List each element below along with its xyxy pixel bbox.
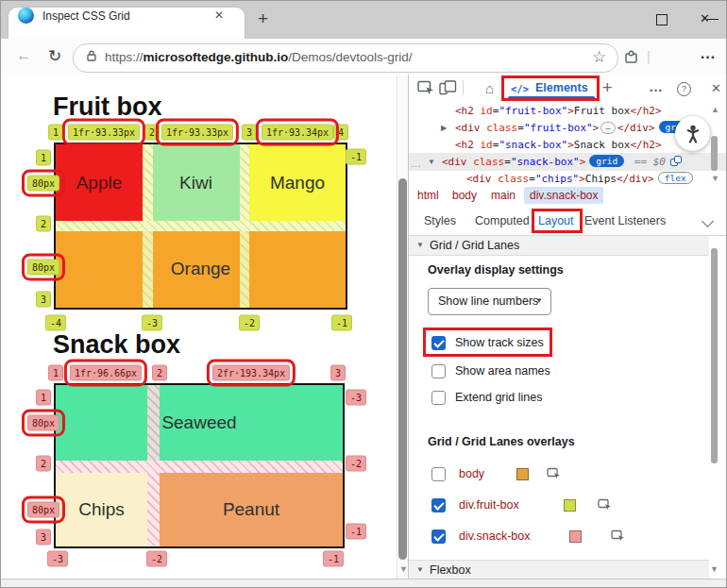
tab-close-icon[interactable]: ✕ xyxy=(214,8,224,22)
overlay-checkbox-div.snack-box[interactable] xyxy=(431,529,446,544)
tab-event-listeners[interactable]: Event Listeners xyxy=(584,214,666,227)
code-token: $0 xyxy=(653,156,666,168)
page-scrollbar-thumb[interactable] xyxy=(398,178,407,560)
checkbox-show-area-names[interactable] xyxy=(431,364,446,378)
tab-title: Inspect CSS Grid xyxy=(42,9,130,23)
extensions-puzzle-icon[interactable] xyxy=(624,50,639,68)
checkbox-extend-grid-lines[interactable] xyxy=(431,391,446,405)
overlay-checkbox-body[interactable] xyxy=(431,467,446,481)
browser-menu-icon[interactable]: … xyxy=(700,44,716,63)
code-token: Chips xyxy=(585,173,617,185)
tab-styles[interactable]: Styles xyxy=(424,214,456,227)
copy-icon xyxy=(670,156,682,166)
maximize-button[interactable] xyxy=(656,14,668,25)
tree-scroll-up-icon[interactable]: ▲ xyxy=(711,105,719,114)
fruit-track-size-badge: 80px xyxy=(27,260,59,276)
overlay-checkbox-div.fruit-box[interactable] xyxy=(431,498,446,512)
code-token: "chips" xyxy=(535,173,579,185)
snack-line-number-badge: 3 xyxy=(36,529,51,546)
code-token: id xyxy=(481,105,493,117)
tree-row[interactable]: <div class="chips">Chips</div>flex xyxy=(466,171,697,186)
layout-scroll-down-icon[interactable]: ▼ xyxy=(710,564,719,574)
breadcrumb-main[interactable]: main xyxy=(491,189,516,202)
code-token: > xyxy=(579,173,585,185)
snack-line-number-badge: -2 xyxy=(146,551,167,567)
code-token: Snack box xyxy=(574,139,631,151)
accessibility-person-icon[interactable] xyxy=(675,116,710,151)
tree-scroll-down-icon[interactable]: ▼ xyxy=(711,174,719,183)
fruit-track-size-badge: 80px xyxy=(27,176,59,192)
code-token: id xyxy=(481,139,493,151)
snack-track-size-badge: 80px xyxy=(27,415,59,431)
browser-window: Inspect CSS Grid ✕ + ✕ ← ↻ https://micro… xyxy=(0,0,727,588)
favorites-star-icon[interactable]: ☆ xyxy=(592,47,606,67)
tab-computed[interactable]: Computed xyxy=(475,214,530,227)
tree-row[interactable]: <div class="snack-box">grid == $0 xyxy=(442,154,682,171)
breadcrumb-selected[interactable]: div.snack-box xyxy=(524,187,603,204)
new-tab-button[interactable]: + xyxy=(258,8,268,29)
inspect-element-icon[interactable] xyxy=(417,80,434,99)
code-token: == xyxy=(628,156,653,168)
back-icon[interactable]: ← xyxy=(16,46,32,65)
code-token: "snack-box" xyxy=(511,156,580,168)
device-emulation-icon[interactable] xyxy=(439,80,457,99)
fruit-line-number-badge: 2 xyxy=(36,216,51,232)
reveal-element-icon[interactable] xyxy=(611,529,626,546)
fruit-line-number-badge: 4 xyxy=(333,125,348,141)
snack-line-number-badge: 3 xyxy=(330,365,346,381)
expand-arrow-icon[interactable]: ▶ xyxy=(441,124,447,132)
overlay-label[interactable]: body xyxy=(459,467,484,480)
snack-line-number-badge: -1 xyxy=(323,551,344,567)
checkbox-label: Extend grid lines xyxy=(455,391,542,404)
triangle-down-icon: ▼ xyxy=(416,561,424,580)
add-panel-button[interactable]: + xyxy=(602,78,613,98)
snack-line-number-badge: -2 xyxy=(346,456,366,472)
collapse-arrow-icon[interactable]: ▼ xyxy=(428,158,435,166)
fruit-line-number-badge: 1 xyxy=(48,125,63,141)
dropdown-arrow-icon: ▼ xyxy=(535,296,543,305)
overlay-label[interactable]: div.snack-box xyxy=(459,529,531,543)
scroll-down-icon[interactable]: ▼ xyxy=(399,564,408,574)
url-text[interactable]: https://microsoftedge.github.io/Demos/de… xyxy=(105,50,413,64)
home-icon[interactable]: ⌂ xyxy=(485,80,494,96)
devtools-menu-icon[interactable]: … xyxy=(649,78,663,94)
tree-scrollbar-thumb[interactable] xyxy=(711,136,718,171)
fruit-box-heading: Fruit box xyxy=(53,92,162,122)
overlay-settings-heading: Overlay display settings xyxy=(428,263,564,277)
toolbar-separator xyxy=(463,80,464,95)
annotation-box-layout-tab xyxy=(532,209,583,233)
tree-row[interactable]: <div class="fruit-box">…</div>grid xyxy=(455,120,697,137)
line-numbers-dropdown[interactable]: Show line numbers ▼ xyxy=(428,288,551,315)
code-token: > xyxy=(567,105,574,117)
grid-badge[interactable]: grid xyxy=(589,155,624,167)
breadcrumb-html[interactable]: html xyxy=(417,189,439,202)
collapsed-content-icon[interactable]: … xyxy=(600,122,615,134)
chevron-down-icon[interactable] xyxy=(702,215,714,227)
overlay-color-swatch xyxy=(516,468,529,480)
tree-row[interactable]: <h2 id="fruit-box">Fruit box</h2> xyxy=(455,103,662,120)
reveal-element-icon[interactable] xyxy=(598,498,613,515)
tree-gutter-dots[interactable]: … xyxy=(411,158,422,169)
checkbox-label: Show area names xyxy=(455,364,550,378)
snack-line-number-badge: 2 xyxy=(36,456,51,472)
reveal-element-icon[interactable] xyxy=(547,467,562,484)
overlay-label[interactable]: div.fruit-box xyxy=(459,498,519,512)
code-token: </h2> xyxy=(630,139,661,151)
code-token: = xyxy=(504,156,511,168)
fruit-line-number-badge: -3 xyxy=(142,315,162,331)
flex-badge[interactable]: flex xyxy=(658,172,693,184)
code-token: <div xyxy=(442,156,473,168)
grid-section-header[interactable]: ▼ Grid / Grid Lanes xyxy=(409,235,709,256)
close-devtools-icon[interactable]: ✕ xyxy=(711,81,721,95)
fruit-line-number-badge: -2 xyxy=(239,315,260,331)
reload-icon[interactable]: ↻ xyxy=(48,46,61,66)
code-token: "fruit-box" xyxy=(499,105,567,117)
close-window-button[interactable]: ✕ xyxy=(700,11,710,25)
layout-scrollbar-thumb[interactable] xyxy=(711,248,718,463)
tree-row[interactable]: <h2 id="snack-box">Snack box</h2> xyxy=(455,137,662,154)
help-icon[interactable]: ? xyxy=(677,82,691,96)
breadcrumb-body[interactable]: body xyxy=(452,189,477,202)
flexbox-section-header[interactable]: ▼ Flexbox xyxy=(409,560,709,580)
code-token: > xyxy=(567,139,574,151)
snack-line-number-badge: 2 xyxy=(152,365,167,381)
